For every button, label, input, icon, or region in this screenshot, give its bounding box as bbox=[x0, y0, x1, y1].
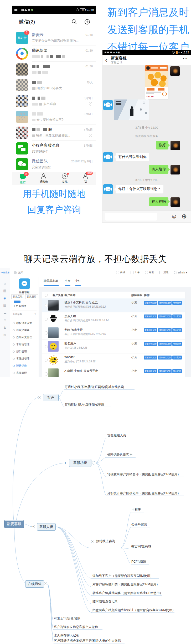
table-row[interactable]: Wonder 发到你qq了03-15 14:09:58 小麦 查看聊天记录清除聊… bbox=[42, 353, 185, 367]
chat-list-item[interactable]: 小程序客服消息 我:你好多个 3月6日 bbox=[12, 141, 96, 156]
row-checkbox[interactable] bbox=[45, 318, 48, 321]
mindmap-node-features[interactable]: 客服功能 bbox=[69, 459, 91, 467]
view-records-button[interactable]: 查看聊天记录 bbox=[144, 301, 157, 305]
export-records-button[interactable]: 导出记录 bbox=[172, 369, 182, 373]
export-records-button[interactable]: 导出记录 bbox=[172, 301, 182, 305]
switch-app-button[interactable]: 切换应用 bbox=[25, 294, 38, 299]
tab-me[interactable]: NEW 我 bbox=[75, 172, 96, 185]
switch-link-button[interactable]: 切换关联 bbox=[11, 294, 24, 299]
sidebar-item-departments[interactable]: 部门管理 bbox=[13, 348, 38, 355]
mindmap-node-staff[interactable]: 客服人员 bbox=[37, 523, 56, 531]
export-records-button[interactable]: 导出记录 bbox=[172, 342, 182, 346]
chat-list-item[interactable]: 服 较多，已显示群成员昵... 3月6日 bbox=[12, 125, 96, 141]
add-icon[interactable] bbox=[84, 19, 90, 26]
chat-time: 3月6日 bbox=[84, 112, 93, 116]
emoji-icon[interactable]: ☺ bbox=[171, 213, 177, 220]
chat-list-item[interactable]: 腾讯新闻 01:39 bbox=[12, 46, 96, 62]
row-checkbox[interactable] bbox=[45, 372, 48, 376]
plus-icon[interactable]: ⊕ bbox=[182, 213, 187, 220]
sidebar-item-groups[interactable]: 客服组管理 bbox=[13, 355, 38, 362]
table-row[interactable]: 匿名用户 你好03-15 16:32:23 小麦 查看聊天记录清除聊天记录导出记… bbox=[42, 340, 185, 353]
messages-icon[interactable]: ✉ bbox=[3, 333, 6, 337]
chat-list-item[interactable]: 微信团队 安全登录提醒 2018年12月28日 bbox=[12, 156, 96, 172]
collapse-toggle-icon[interactable]: − bbox=[38, 396, 41, 399]
view-records-button[interactable]: 查看聊天记录 bbox=[144, 314, 157, 318]
apps-icon[interactable]: ▦ bbox=[3, 289, 6, 292]
tab-discover[interactable]: 发现 bbox=[54, 172, 75, 185]
staff-icon[interactable]: ♟ bbox=[3, 326, 7, 329]
message-input[interactable] bbox=[105, 213, 157, 221]
more-menu-icon[interactable]: ··· bbox=[183, 56, 188, 61]
mindmap-leaf: 可通过小程序/电脑/微官网/微商城在线咨询 bbox=[65, 385, 124, 389]
row-checkbox[interactable] bbox=[45, 359, 48, 362]
section-label[interactable]: 业务菜单∨ bbox=[13, 313, 36, 316]
view-records-button[interactable]: 查看聊天记录 bbox=[144, 342, 157, 346]
sidebar-item-template-msg[interactable]: 模板消息设置 bbox=[13, 319, 38, 327]
tab-contacts[interactable]: 通讯录 bbox=[33, 172, 54, 185]
view-records-button[interactable]: 查看聊天记录 bbox=[144, 369, 157, 373]
collapse-toggle-icon[interactable]: − bbox=[91, 540, 94, 543]
customer-avatar bbox=[48, 300, 59, 311]
collapse-toggle-icon[interactable]: − bbox=[32, 525, 35, 528]
clear-records-button[interactable]: 清除聊天记录 bbox=[158, 342, 172, 346]
table-row[interactable]: A-李毅-小程序-公众号开发 小麦 查看聊天记录清除聊天记录导出记录 bbox=[42, 367, 185, 377]
gear-icon bbox=[13, 372, 15, 374]
chat-list-item[interactable]: 会，要过来招人不? 3月6日 bbox=[12, 109, 96, 125]
nav-help[interactable]: 帮助 bbox=[145, 271, 154, 274]
collapse-toggle-icon[interactable]: − bbox=[44, 582, 47, 585]
table-row[interactable]: 焦点人物 有什么可以帮到你的!? 03-15 21:18:14 小麦 查看聊天记… bbox=[42, 312, 185, 326]
nav-shop[interactable]: 商城 bbox=[116, 271, 125, 274]
current-app-icon[interactable]: ◈ bbox=[4, 296, 6, 300]
tab-chats[interactable]: 2 微信 bbox=[12, 172, 33, 185]
chat-list-item[interactable]: [旺按] 2019港科大... 昨天 bbox=[12, 77, 96, 93]
chat-subtitle: 完美把公众号的留言转到客服的... bbox=[32, 39, 79, 43]
collapse-toggle-icon[interactable]: − bbox=[92, 461, 95, 465]
home-icon[interactable]: ⌂ bbox=[4, 282, 6, 285]
cloud-icon[interactable]: ☁ bbox=[3, 311, 7, 314]
mindmap-node-customer[interactable]: 客户 bbox=[43, 394, 59, 401]
mindmap-root-node[interactable]: 新麦客服 bbox=[4, 520, 24, 528]
product-card-message[interactable]: ¥47.50 bbox=[145, 65, 168, 99]
chat-list-item[interactable]: 多出群聊 3月9日 bbox=[12, 93, 96, 109]
sidebar-item-custom-menu[interactable]: 自定义菜单 bbox=[13, 327, 38, 334]
customers-icon[interactable]: ☺ bbox=[3, 318, 7, 322]
modules-icon[interactable]: ▤ bbox=[3, 304, 6, 307]
select-all-checkbox[interactable] bbox=[45, 294, 48, 297]
row-checkbox[interactable] bbox=[45, 345, 48, 348]
view-records-button[interactable]: 查看聊天记录 bbox=[144, 356, 157, 360]
export-records-button[interactable]: 导出记录 bbox=[172, 328, 182, 332]
nav-messages[interactable]: 消息 bbox=[159, 271, 169, 274]
clear-records-button[interactable]: 清除聊天记录 bbox=[158, 356, 172, 360]
back-icon[interactable]: ‹ bbox=[105, 56, 107, 64]
sidebar-item-auto-reply[interactable]: 自动回复管理 bbox=[13, 334, 38, 341]
redacted-name bbox=[32, 111, 44, 116]
row-checkbox[interactable] bbox=[45, 331, 48, 335]
mindmap-node-comm[interactable]: 在线通信 bbox=[25, 580, 44, 588]
nav-workorder[interactable]: 工单 bbox=[131, 271, 140, 274]
sidebar-item-agents[interactable]: 客服管理 bbox=[13, 369, 38, 376]
view-records-button[interactable]: 查看聊天记录 bbox=[144, 328, 157, 332]
mindmap-leaf: 转移客户给其他同事（需要配合跟客宝CRM使用） bbox=[92, 591, 163, 595]
menu-toggle[interactable]: 菜单 bbox=[14, 271, 23, 274]
clear-records-button[interactable]: 清除聊天记录 bbox=[158, 369, 172, 373]
search-icon[interactable] bbox=[71, 19, 77, 26]
tab-blacklist[interactable]: 聊天黑名单 bbox=[44, 279, 58, 283]
sidebar-item-phrases[interactable]: 常用语管理 bbox=[13, 341, 38, 348]
clear-records-button[interactable]: 清除聊天记录 bbox=[158, 314, 172, 318]
clear-records-button[interactable]: 清除聊天记录 bbox=[158, 301, 172, 305]
chat-list-item[interactable]: 01:38 bbox=[12, 62, 96, 77]
row-checkbox[interactable] bbox=[45, 304, 48, 307]
chat-list-item[interactable]: 易订货2 新麦云 完美把公众号的留言转到客服的... 01:48 bbox=[12, 30, 96, 46]
table-row[interactable]: 尤峰·智惠半径 有什么可以帮到你的03-15 19:58:16 小麦 查看聊天记… bbox=[42, 326, 185, 340]
game-screenshot-message[interactable] bbox=[114, 99, 149, 120]
sidebar-item-chat-records[interactable]: 聊天记录 bbox=[13, 362, 38, 369]
user-menu[interactable]: admin▾ bbox=[174, 271, 187, 274]
export-records-button[interactable]: 导出记录 bbox=[172, 314, 182, 318]
tab-xiaohong[interactable]: 小红 bbox=[75, 279, 81, 283]
tab-xiaomai[interactable]: 小麦 bbox=[65, 279, 70, 283]
table-row[interactable]: 杨杰！少艾科技-文化-生活 有什么可以帮到你的03-15 23:02:12 小麦… bbox=[42, 298, 185, 312]
more-plugins-link[interactable]: + 更多插件 bbox=[14, 304, 27, 308]
export-records-button[interactable]: 导出记录 bbox=[172, 356, 182, 360]
table-header: 客户头像 客户名称 接待客服 操作 bbox=[42, 292, 185, 299]
clear-records-button[interactable]: 清除聊天记录 bbox=[158, 328, 172, 332]
